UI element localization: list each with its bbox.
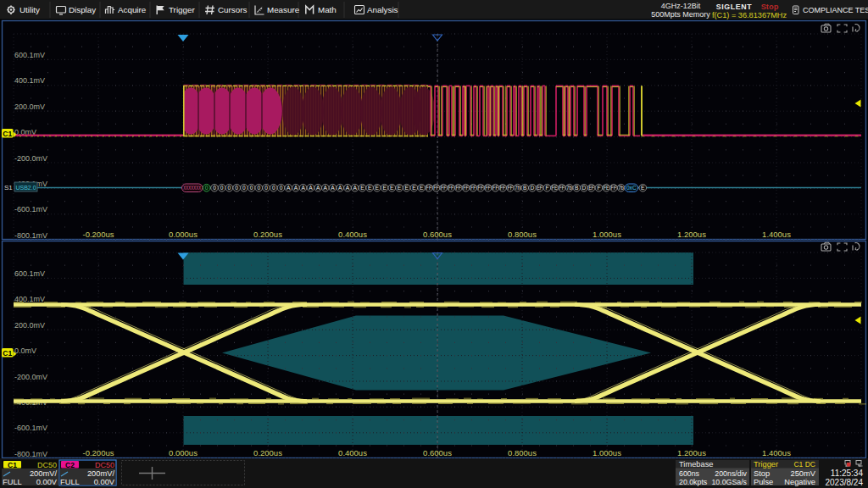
svg-text:0: 0 <box>250 185 253 191</box>
svg-text:0.200us: 0.200us <box>253 448 282 458</box>
svg-text:D: D <box>582 185 587 191</box>
svg-text:0.800us: 0.800us <box>508 230 537 239</box>
svg-text:1.000us: 1.000us <box>593 230 621 239</box>
svg-text:A: A <box>301 185 305 191</box>
svg-text:1.200us: 1.200us <box>677 448 706 458</box>
svg-text:4GHz-12Bit: 4GHz-12Bit <box>661 2 701 10</box>
svg-text:S1: S1 <box>4 184 13 191</box>
svg-text:0.00V: 0.00V <box>36 478 58 486</box>
svg-text:0: 0 <box>257 185 260 191</box>
svg-text:-800.1mV: -800.1mV <box>14 450 47 458</box>
svg-text:1.200us: 1.200us <box>677 230 706 239</box>
svg-text:FF: FF <box>478 185 484 191</box>
svg-text:C1: C1 <box>3 130 12 138</box>
svg-text:0: 0 <box>280 185 283 191</box>
svg-text:A: A <box>294 185 298 191</box>
svg-text:0.0mV: 0.0mV <box>14 347 36 355</box>
svg-text:0.400us: 0.400us <box>338 448 367 458</box>
svg-text:FULL: FULL <box>3 478 22 486</box>
svg-text:0.400us: 0.400us <box>338 230 367 239</box>
svg-text:DC50: DC50 <box>37 461 57 469</box>
svg-text:A: A <box>338 185 342 191</box>
svg-text:0.600us: 0.600us <box>423 230 452 239</box>
svg-text:E: E <box>404 185 409 191</box>
svg-text:Trigger: Trigger <box>169 5 195 14</box>
svg-text:f(C1) = 36.81367MHz: f(C1) = 36.81367MHz <box>712 11 787 19</box>
svg-text:0: 0 <box>228 185 231 191</box>
svg-text:0.000us: 0.000us <box>169 448 198 458</box>
svg-text:Stop: Stop <box>761 3 779 11</box>
svg-text:A: A <box>331 185 335 191</box>
svg-text:0: 0 <box>242 185 246 191</box>
svg-text:0: 0 <box>235 185 238 191</box>
svg-text:A: A <box>309 185 313 191</box>
svg-text:FF: FF <box>492 185 498 191</box>
svg-text:Cursors: Cursors <box>218 5 247 14</box>
svg-text:FF: FF <box>508 185 514 191</box>
svg-text:0.200us: 0.200us <box>253 230 282 239</box>
svg-text:200.0mV: 200.0mV <box>14 103 45 111</box>
svg-text:Display: Display <box>69 5 96 14</box>
svg-text:Measure: Measure <box>267 5 300 14</box>
svg-text:E: E <box>368 185 372 191</box>
svg-text:0.000us: 0.000us <box>169 230 198 239</box>
svg-text:200mV/: 200mV/ <box>30 469 57 478</box>
svg-text:Stop: Stop <box>754 469 770 478</box>
svg-text:2023/8/24: 2023/8/24 <box>826 478 864 487</box>
svg-text:SIGLENT: SIGLENT <box>716 3 752 11</box>
svg-text:0.600us: 0.600us <box>423 448 452 458</box>
svg-text:600.1mV: 600.1mV <box>14 51 45 59</box>
svg-text:20.0kpts: 20.0kpts <box>679 478 708 486</box>
svg-text:0: 0 <box>205 185 209 191</box>
svg-text:FF: FF <box>441 185 447 191</box>
svg-text:250mV: 250mV <box>791 469 816 478</box>
svg-text:EF: EF <box>588 185 594 191</box>
svg-text:-600.1mV: -600.1mV <box>14 205 47 214</box>
svg-text:COMPLIANCE TEST: COMPLIANCE TEST <box>803 6 868 14</box>
svg-text:FULL: FULL <box>60 478 80 486</box>
svg-text:F: F <box>545 185 548 191</box>
svg-text:200mV/: 200mV/ <box>87 469 114 478</box>
svg-text:B: B <box>523 185 527 191</box>
svg-text:200.0mV: 200.0mV <box>14 321 45 330</box>
svg-text:E: E <box>420 185 424 191</box>
svg-text:Analysis: Analysis <box>367 5 398 14</box>
svg-text:7b: 7b <box>618 185 624 191</box>
svg-text:0: 0 <box>264 185 268 191</box>
svg-text:Pulse: Pulse <box>754 478 773 486</box>
svg-text:E: E <box>641 185 645 191</box>
svg-text:FE: FE <box>552 185 558 191</box>
svg-text:200ns/div: 200ns/div <box>715 469 747 478</box>
svg-text:A: A <box>316 185 320 191</box>
svg-text:FF: FF <box>470 185 476 191</box>
svg-text:E: E <box>412 185 416 191</box>
svg-text:FF: FF <box>448 185 454 191</box>
svg-text:F: F <box>597 185 600 191</box>
svg-text:C1: C1 <box>8 461 17 469</box>
svg-text:-200.0mV: -200.0mV <box>14 373 47 381</box>
svg-text:FF: FF <box>485 185 491 191</box>
svg-text:E: E <box>360 185 364 191</box>
svg-text:E: E <box>390 185 394 191</box>
svg-text:600.1mV: 600.1mV <box>14 269 45 278</box>
svg-text:-0.200us: -0.200us <box>83 448 114 458</box>
svg-text:0xC: 0xC <box>626 185 637 191</box>
svg-text:B: B <box>575 185 579 191</box>
svg-text:A: A <box>353 185 357 191</box>
svg-text:EF: EF <box>537 185 542 191</box>
svg-text:1.400us: 1.400us <box>762 230 791 239</box>
svg-text:-0.200us: -0.200us <box>83 230 114 239</box>
svg-text:E: E <box>376 185 380 191</box>
svg-text:400.1mV: 400.1mV <box>14 76 45 85</box>
svg-text:Trigger: Trigger <box>754 460 778 469</box>
svg-text:Timebase: Timebase <box>679 460 713 469</box>
svg-text:-600.1mV: -600.1mV <box>14 424 47 432</box>
svg-text:0.00V: 0.00V <box>94 478 115 486</box>
svg-text:7b: 7b <box>566 185 572 191</box>
svg-text:10.0GSa/s: 10.0GSa/s <box>711 478 747 486</box>
svg-text:0: 0 <box>220 185 224 191</box>
svg-text:E: E <box>382 185 387 191</box>
svg-text:FE: FE <box>604 185 609 191</box>
svg-text:600ns: 600ns <box>679 469 700 478</box>
svg-text:DC50: DC50 <box>95 461 114 469</box>
